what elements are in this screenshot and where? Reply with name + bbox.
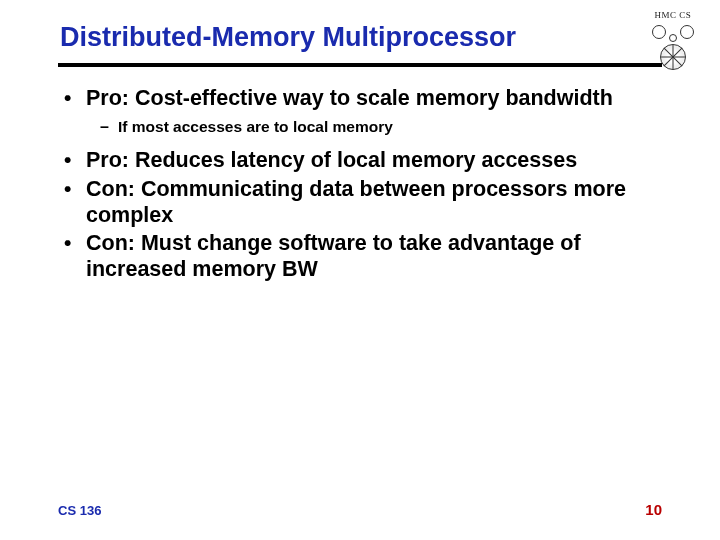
bullet-text: Con: Communicating data between processo… [86, 177, 626, 227]
institution-logo: HMC CS [644, 10, 702, 78]
wheel-icon [660, 44, 686, 70]
footer: CS 136 10 [0, 501, 720, 518]
logo-text: HMC CS [644, 10, 702, 20]
course-code: CS 136 [58, 503, 101, 518]
bullet-list: Pro: Cost-effective way to scale memory … [58, 85, 662, 282]
bullet-text: Pro: Cost-effective way to scale memory … [86, 86, 613, 110]
bullet-item: Pro: Cost-effective way to scale memory … [58, 85, 662, 137]
content-area: Pro: Cost-effective way to scale memory … [0, 67, 720, 282]
sub-bullet-list: If most accesses are to local memory [86, 117, 662, 137]
sub-bullet-item: If most accesses are to local memory [86, 117, 662, 137]
bullet-item: Con: Must change software to take advant… [58, 230, 662, 282]
slide: HMC CS Distributed-Memory Multiprocessor… [0, 0, 720, 540]
page-number: 10 [645, 501, 662, 518]
page-title: Distributed-Memory Multiprocessor [60, 22, 660, 53]
bullet-text: Pro: Reduces latency of local memory acc… [86, 148, 577, 172]
bullet-text: Con: Must change software to take advant… [86, 231, 581, 281]
bullet-item: Con: Communicating data between processo… [58, 176, 662, 228]
title-area: Distributed-Memory Multiprocessor [0, 0, 720, 59]
sub-bullet-text: If most accesses are to local memory [118, 118, 393, 135]
bullet-item: Pro: Reduces latency of local memory acc… [58, 147, 662, 173]
logo-ornament [650, 22, 696, 42]
